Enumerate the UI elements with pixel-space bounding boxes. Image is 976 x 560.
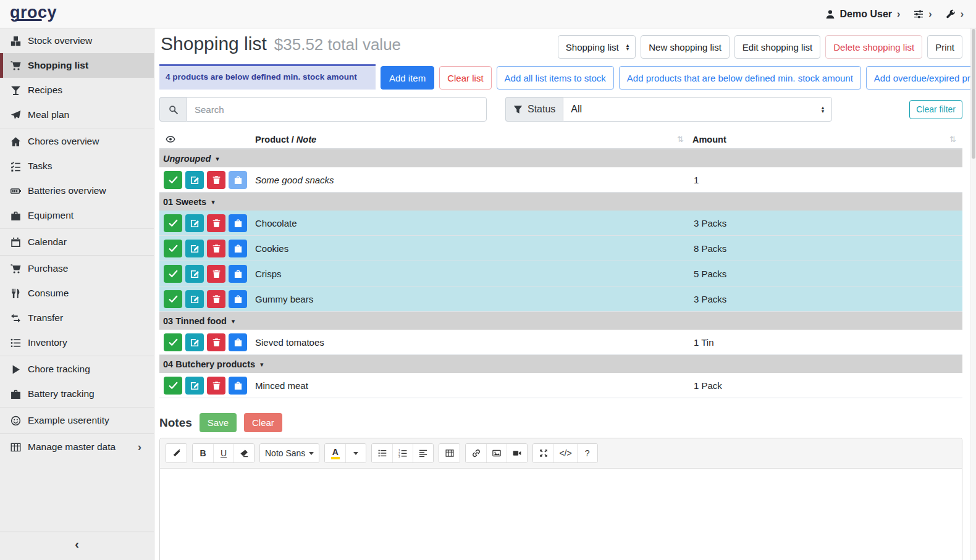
add-all-to-stock-button[interactable]: Add all list items to stock	[497, 66, 614, 90]
fullscreen-button[interactable]	[533, 444, 553, 462]
paper-plane-icon	[11, 110, 21, 120]
mark-done-button[interactable]	[164, 377, 182, 395]
delete-item-button[interactable]	[207, 333, 225, 351]
edit-shopping-list-button[interactable]: Edit shopping list	[734, 35, 820, 59]
add-to-stock-button[interactable]	[229, 240, 247, 257]
product-group-row[interactable]: 03 Tinned food▾	[159, 312, 962, 330]
sidebar-item-inventory[interactable]: Inventory	[0, 330, 154, 355]
notes-clear-button[interactable]: Clear	[244, 413, 282, 432]
amount-column-header[interactable]: Amount ⇅	[692, 135, 962, 144]
sidebar-item-shopping-list[interactable]: Shopping list	[0, 53, 154, 78]
insert-video-button[interactable]	[507, 444, 527, 462]
group-label: 01 Sweets	[163, 197, 206, 207]
add-to-stock-button[interactable]	[229, 333, 247, 351]
delete-item-button[interactable]	[207, 214, 225, 232]
product-group-row[interactable]: 01 Sweets▾	[159, 193, 962, 211]
delete-item-button[interactable]	[207, 171, 225, 189]
sidebar-item-consume[interactable]: Consume	[0, 281, 154, 306]
new-shopping-list-button[interactable]: New shopping list	[641, 35, 730, 59]
user-menu[interactable]: Demo User ›	[825, 9, 901, 20]
settings-menu[interactable]: ›	[914, 9, 932, 19]
insert-link-button[interactable]	[466, 444, 486, 462]
delete-shopping-list-button[interactable]: Delete shopping list	[825, 35, 922, 59]
sidebar-item-chores-overview[interactable]: Chores overview	[0, 129, 154, 154]
editor-text-area[interactable]	[160, 469, 962, 560]
add-to-stock-button[interactable]	[229, 377, 247, 395]
sort-icon[interactable]: ⇅	[677, 135, 684, 144]
delete-item-button[interactable]	[207, 265, 225, 283]
clear-filter-button[interactable]: Clear filter	[909, 100, 962, 119]
sidebar-item-transfer[interactable]: Transfer	[0, 306, 154, 330]
clear-formatting-button[interactable]	[233, 444, 254, 462]
mark-done-button[interactable]	[164, 214, 182, 232]
add-to-stock-button[interactable]	[229, 171, 247, 189]
sidebar-item-manage-master-data[interactable]: Manage master data›	[0, 435, 154, 459]
paragraph-button[interactable]	[413, 444, 433, 462]
sidebar-item-tasks[interactable]: Tasks	[0, 154, 154, 178]
shopping-list-select[interactable]: Shopping list	[558, 35, 636, 59]
add-to-stock-button[interactable]	[229, 214, 247, 232]
add-to-stock-button[interactable]	[229, 290, 247, 308]
status-filter-select[interactable]: All	[563, 97, 832, 122]
underline-button[interactable]: U	[213, 444, 233, 462]
mark-done-button[interactable]	[164, 171, 182, 189]
product-column-header[interactable]: Product /Note ⇅	[255, 135, 692, 144]
scrollbar-thumb[interactable]	[972, 29, 975, 159]
add-item-button[interactable]: Add item	[381, 66, 434, 90]
grocy-logo[interactable]: grocy	[9, 3, 61, 25]
edit-item-button[interactable]	[185, 333, 204, 351]
edit-item-button[interactable]	[185, 290, 204, 308]
product-name: Minced meat	[255, 380, 692, 391]
sidebar-item-purchase[interactable]: Purchase	[0, 256, 154, 281]
clear-list-button[interactable]: Clear list	[439, 66, 491, 90]
code-view-button[interactable]: </>	[553, 444, 576, 462]
bold-button[interactable]: B	[193, 444, 213, 462]
admin-menu[interactable]: ›	[946, 9, 964, 19]
sidebar-item-batteries-overview[interactable]: Batteries overview	[0, 178, 154, 203]
sidebar-item-meal-plan[interactable]: Meal plan	[0, 102, 154, 127]
sidebar-item-battery-tracking[interactable]: Battery tracking	[0, 382, 154, 406]
text-color-button[interactable]: A	[325, 444, 345, 462]
edit-item-button[interactable]	[185, 214, 204, 232]
min-stock-alert[interactable]: 4 products are below defined min. stock …	[159, 64, 376, 90]
sidebar-item-chore-tracking[interactable]: Chore tracking	[0, 357, 154, 382]
sidebar-item-recipes[interactable]: Recipes	[0, 78, 154, 102]
magic-style-button[interactable]	[166, 444, 187, 462]
sidebar-item-example-userentity[interactable]: Example userentity	[0, 408, 154, 433]
edit-item-button[interactable]	[185, 265, 204, 283]
mark-done-button[interactable]	[164, 290, 182, 308]
sort-icon[interactable]: ⇅	[949, 135, 956, 144]
edit-item-button[interactable]	[185, 171, 204, 189]
delete-item-button[interactable]	[207, 240, 225, 257]
font-family-button[interactable]: Noto Sans	[260, 444, 319, 462]
mark-done-button[interactable]	[164, 265, 182, 283]
print-button[interactable]: Print	[927, 35, 962, 59]
notes-save-button[interactable]: Save	[200, 413, 237, 432]
add-to-stock-button[interactable]	[229, 265, 247, 283]
mark-done-button[interactable]	[164, 240, 182, 257]
edit-item-button[interactable]	[185, 240, 204, 257]
product-group-row[interactable]: 04 Butchery products▾	[159, 355, 962, 373]
sidebar-item-equipment[interactable]: Equipment	[0, 203, 154, 228]
insert-image-button[interactable]	[486, 444, 507, 462]
help-button[interactable]: ?	[577, 444, 597, 462]
shopping-list-row: Gummy bears3 Packs	[159, 286, 962, 312]
edit-item-button[interactable]	[185, 377, 204, 395]
text-color-dropdown-button[interactable]	[345, 444, 366, 462]
add-overdue-button[interactable]: Add overdue/expired products	[866, 66, 976, 90]
search-input[interactable]	[187, 97, 487, 122]
toggle-visibility-header[interactable]	[159, 135, 255, 144]
ordered-list-button[interactable]	[392, 444, 413, 462]
delete-item-button[interactable]	[207, 377, 225, 395]
mark-done-button[interactable]	[164, 333, 182, 351]
sidebar-collapse-button[interactable]: ‹	[0, 532, 154, 555]
delete-item-button[interactable]	[207, 290, 225, 308]
sidebar-item-label: Tasks	[28, 161, 53, 172]
unordered-list-button[interactable]	[372, 444, 392, 462]
add-below-min-stock-button[interactable]: Add products that are below defined min.…	[619, 66, 861, 90]
sidebar-item-calendar[interactable]: Calendar	[0, 230, 154, 254]
insert-table-button[interactable]	[439, 444, 460, 462]
sidebar-item-stock-overview[interactable]: Stock overview	[0, 28, 154, 53]
scrollbar[interactable]	[970, 28, 976, 560]
product-group-row[interactable]: Ungrouped▾	[159, 149, 962, 167]
